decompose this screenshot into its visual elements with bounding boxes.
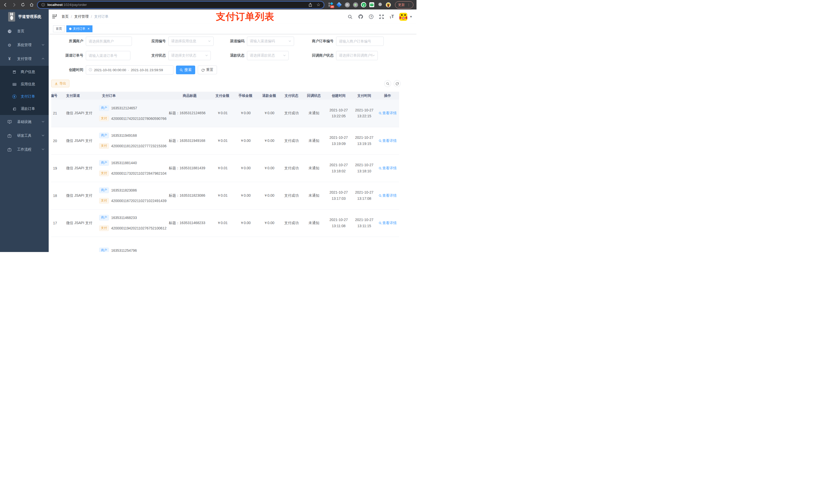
browser-update-button[interactable]: 更新 ⋮	[395, 1, 413, 8]
order-id: 17	[51, 209, 61, 237]
toggle-search-button[interactable]	[384, 80, 391, 87]
tab-home[interactable]: 首页	[53, 25, 65, 32]
sidebar-item-app-info[interactable]: 应用信息	[0, 78, 49, 90]
back-icon[interactable]	[3, 3, 8, 7]
extension-blocks-icon[interactable]: 10	[328, 2, 334, 7]
home-icon[interactable]	[29, 3, 34, 7]
sidebar-item-workflow[interactable]: 工作流程	[0, 143, 49, 157]
forward-icon[interactable]	[12, 3, 16, 7]
fee-amount: ￥0.00	[233, 209, 258, 237]
notify-status: 未通知	[303, 154, 325, 182]
column-header: 支付时间	[353, 92, 376, 100]
extensions-puzzle-icon[interactable]	[377, 2, 383, 7]
monitor-icon	[6, 120, 13, 124]
refresh-table-button[interactable]	[394, 80, 401, 87]
product-title: 标题：1635311881439	[167, 154, 212, 182]
notify-status-select[interactable]: 请选择订单回调商户状态	[336, 51, 378, 60]
extension-y-icon[interactable]: y	[361, 2, 366, 7]
merchant-order-no: 1635312124657	[111, 106, 137, 110]
reset-button[interactable]: 重置	[198, 66, 217, 74]
browser-menu-dots-icon[interactable]: ⋮	[407, 3, 410, 7]
view-detail-link[interactable]: 查看详情	[379, 193, 397, 198]
table-row: 18微信 JSAPI 支付商户1635311823086支付4200001167…	[51, 182, 399, 209]
fee-amount	[233, 237, 258, 252]
site-info-icon[interactable]	[41, 3, 45, 7]
reload-icon[interactable]	[21, 3, 25, 7]
filter-channel-order-no: 渠道订单号	[51, 51, 143, 60]
extension-command-icon[interactable]: ⌘	[344, 2, 350, 7]
sidebar-item-infra[interactable]: 基础设施	[0, 115, 49, 129]
extension-chat-icon[interactable]	[369, 2, 375, 7]
channel-order-no-input[interactable]	[86, 51, 130, 60]
filter-pay-status: 支付状态 请选择支付状态	[143, 51, 222, 60]
close-tab-icon[interactable]: ✕	[87, 27, 90, 30]
sidebar-item-merchant-info[interactable]: 商户信息	[0, 66, 49, 78]
app-logo	[8, 12, 15, 22]
date-range-input[interactable]: 2021-10-01 00:00:00 - 2021-10-31 23:59:5…	[86, 65, 173, 74]
table-row: 商户1635311254796	[51, 237, 399, 252]
view-detail-link[interactable]: 查看详情	[379, 166, 397, 171]
export-button[interactable]: 导出	[51, 80, 69, 87]
pay-order-cell: 商户1635312124657支付42000011742021102780605…	[97, 100, 167, 127]
bookmark-star-icon[interactable]: ☆	[316, 3, 321, 7]
font-size-icon[interactable]: TT	[389, 14, 394, 19]
table-row: 17微信 JSAPI 支付商户1635311468233支付4200001194…	[51, 209, 399, 237]
column-header: 支付渠道	[61, 92, 97, 100]
sidebar-item-dev-tools[interactable]: 研发工具	[0, 129, 49, 143]
channel-code-select[interactable]: 请输入渠道编码	[247, 37, 294, 46]
pay-order-cell: 商户1635311881440支付42000011732021102728479…	[97, 154, 167, 182]
filter-create-time: 创建时间 2021-10-01 00:00:00 - 2021-10-31 23…	[51, 65, 416, 74]
merchant-input[interactable]	[86, 37, 132, 46]
address-bar[interactable]: localhost:1024/pay/order ☆	[38, 1, 324, 8]
app-id-select[interactable]: 请选择应用信息	[168, 37, 214, 46]
actions-cell: 查看详情	[376, 209, 399, 237]
merchant-order-no: 1635311468233	[111, 216, 137, 220]
pay-amount: ￥0.01	[212, 154, 233, 182]
extensions-row: 10 ⌘ y	[328, 2, 391, 7]
refund-amount	[258, 237, 280, 252]
orders-table: 编号支付渠道支付订单商品标题支付金额手续金额退款金额支付状态回调状态创建时间支付…	[51, 92, 416, 252]
pay-amount: ￥0.01	[212, 100, 233, 127]
sidebar-item-pay-order[interactable]: ¥ 支付订单	[0, 90, 49, 103]
pay-amount: ￥0.01	[212, 182, 233, 209]
fee-amount: ￥0.00	[233, 100, 258, 127]
view-detail-link[interactable]: 查看详情	[379, 111, 397, 116]
share-icon[interactable]	[308, 3, 312, 7]
refund-status-select[interactable]: 请选择退款状态	[247, 51, 289, 60]
avatar-caret-icon[interactable]: ▼	[410, 15, 412, 18]
notify-status: 未通知	[303, 209, 325, 237]
pay-channel: 微信 JSAPI 支付	[61, 182, 97, 209]
sidebar-item-home[interactable]: 首页	[0, 24, 49, 38]
merchant-tag: 商户	[99, 133, 109, 138]
view-detail-link[interactable]: 查看详情	[379, 139, 397, 143]
pay-status-select[interactable]: 请选择支付状态	[168, 51, 211, 60]
collapse-sidebar-icon[interactable]	[52, 14, 57, 20]
merchant-order-no: 1635311881440	[111, 161, 137, 165]
filter-merchant-order-no: 商户订单编号	[303, 37, 385, 46]
search-button[interactable]: 搜索	[176, 66, 195, 74]
tab-pay-order[interactable]: 支付订单 ✕	[66, 25, 93, 32]
chevron-down-icon	[42, 134, 45, 138]
pay-status: 支付成功	[280, 154, 303, 182]
view-detail-link[interactable]: 查看详情	[379, 221, 397, 225]
chevron-down-icon	[42, 43, 45, 47]
yen-circle-icon: ¥	[11, 95, 17, 99]
page-title: 支付订单列表	[216, 10, 274, 23]
extension-record-icon[interactable]	[353, 2, 358, 7]
extension-emoji-icon[interactable]	[385, 2, 391, 7]
help-icon[interactable]: ?	[368, 14, 374, 19]
github-icon[interactable]	[358, 14, 363, 19]
created-time	[325, 237, 353, 252]
search-icon[interactable]	[348, 14, 353, 19]
extension-kite-icon[interactable]	[336, 2, 342, 7]
merchant-order-no-input[interactable]	[336, 37, 384, 46]
pay-status: 支付成功	[280, 182, 303, 209]
breadcrumb-pay[interactable]: 支付管理	[74, 14, 89, 19]
sidebar-item-pay[interactable]: ¥ 支付管理	[0, 52, 49, 66]
sidebar-item-system[interactable]: ⚙ 系统管理	[0, 38, 49, 52]
fullscreen-icon[interactable]	[379, 14, 384, 19]
user-avatar[interactable]	[399, 13, 407, 21]
breadcrumb-home[interactable]: 首页	[62, 14, 69, 19]
order-id: 20	[51, 127, 61, 154]
sidebar-item-refund-order[interactable]: 退款订单	[0, 103, 49, 115]
